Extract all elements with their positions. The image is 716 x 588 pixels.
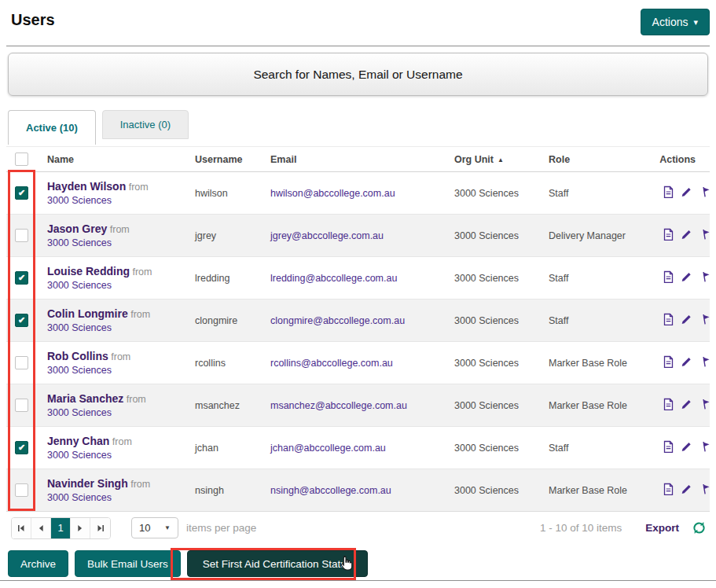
row-checkbox[interactable]: ✔: [15, 314, 28, 327]
user-name-link[interactable]: Jason Grey: [47, 222, 107, 235]
document-icon[interactable]: [663, 398, 674, 413]
column-header-name[interactable]: Name: [47, 147, 195, 172]
footer-divider: [0, 580, 716, 581]
username-cell: jgrey: [195, 215, 270, 257]
page-title: Users: [11, 11, 55, 29]
edit-pencil-icon[interactable]: [681, 228, 692, 243]
select-all-checkbox[interactable]: ✔: [15, 153, 28, 166]
email-cell: rcollins@abccollege.com.au: [270, 342, 454, 384]
items-per-page-label: items per page: [186, 522, 256, 534]
row-checkbox[interactable]: ✔: [15, 356, 28, 369]
document-icon[interactable]: [663, 186, 674, 200]
row-checkbox[interactable]: ✔: [15, 271, 28, 285]
row-checkbox[interactable]: ✔: [15, 186, 28, 200]
table-row: ✔ Navinder Singh from 3000 Sciences nsin…: [6, 469, 710, 512]
actions-button[interactable]: Actions ▾: [641, 9, 710, 35]
column-header-org-unit[interactable]: Org Unit▲: [454, 147, 549, 172]
bulk-email-users-button[interactable]: Bulk Email Users: [75, 550, 181, 577]
last-page-button[interactable]: [90, 518, 110, 538]
next-page-button[interactable]: [71, 518, 90, 538]
flag-icon[interactable]: [699, 186, 711, 200]
row-checkbox[interactable]: ✔: [15, 229, 28, 242]
refresh-icon[interactable]: [692, 521, 706, 535]
document-icon[interactable]: [663, 483, 674, 498]
user-name-link[interactable]: Navinder Singh: [47, 477, 128, 490]
document-icon[interactable]: [663, 440, 674, 455]
tab-active-users[interactable]: Active (10): [8, 110, 96, 145]
flag-icon[interactable]: [699, 228, 711, 243]
user-org-link[interactable]: 3000 Sciences: [47, 237, 112, 248]
email-link[interactable]: rcollins@abccollege.com.au: [270, 358, 393, 369]
user-org-link[interactable]: 3000 Sciences: [47, 492, 112, 503]
email-link[interactable]: lredding@abccollege.com.au: [270, 273, 397, 284]
user-name-link[interactable]: Hayden Wilson: [47, 180, 126, 193]
row-checkbox[interactable]: ✔: [15, 441, 28, 454]
user-org-link[interactable]: 3000 Sciences: [47, 280, 112, 291]
edit-pencil-icon[interactable]: [681, 398, 692, 413]
column-header-email[interactable]: Email: [270, 147, 454, 172]
document-icon[interactable]: [663, 270, 674, 285]
email-link[interactable]: jchan@abccollege.com.au: [270, 443, 386, 454]
role-cell: Staff: [549, 257, 659, 300]
search-input[interactable]: Search for Names, Email or Username: [8, 53, 708, 96]
table-header-row: ✔ Name Username Email Org Unit▲ Role Act…: [6, 147, 710, 172]
from-label: from: [111, 351, 130, 362]
flag-icon[interactable]: [699, 355, 711, 370]
user-table-body: ✔ Hayden Wilson from 3000 Sciences hwils…: [6, 172, 710, 512]
flag-icon[interactable]: [699, 313, 711, 328]
email-link[interactable]: msanchez@abccollege.com.au: [270, 400, 407, 411]
row-actions-cell: [659, 172, 710, 215]
user-org-link[interactable]: 3000 Sciences: [47, 450, 112, 461]
first-page-button[interactable]: [12, 518, 31, 538]
flag-icon[interactable]: [699, 270, 711, 285]
document-icon[interactable]: [663, 313, 674, 328]
edit-pencil-icon[interactable]: [681, 313, 692, 328]
edit-pencil-icon[interactable]: [681, 186, 692, 200]
email-link[interactable]: jgrey@abccollege.com.au: [270, 230, 384, 241]
set-first-aid-certification-status-button[interactable]: Set First Aid Certification Status: [187, 550, 368, 577]
document-icon[interactable]: [663, 355, 674, 370]
row-actions-cell: [659, 300, 710, 342]
user-name-link[interactable]: Colin Longmire: [47, 307, 128, 320]
edit-pencil-icon[interactable]: [681, 483, 692, 498]
page-size-dropdown[interactable]: 10 ▼: [131, 517, 178, 538]
name-cell: Navinder Singh from 3000 Sciences: [47, 469, 195, 512]
row-checkbox[interactable]: ✔: [15, 399, 28, 412]
flag-icon[interactable]: [699, 483, 711, 498]
column-header-role[interactable]: Role: [549, 147, 659, 172]
from-label: from: [129, 182, 149, 193]
email-link[interactable]: hwilson@abccollege.com.au: [270, 188, 395, 199]
email-cell: lredding@abccollege.com.au: [270, 257, 454, 300]
current-page-button[interactable]: 1: [51, 518, 71, 538]
edit-pencil-icon[interactable]: [681, 270, 692, 285]
tab-inactive-users[interactable]: Inactive (0): [102, 110, 189, 139]
from-label: from: [130, 479, 150, 490]
export-link[interactable]: Export: [645, 522, 679, 534]
document-icon[interactable]: [663, 228, 674, 243]
row-actions-cell: [659, 257, 710, 300]
user-name-link[interactable]: Jenny Chan: [47, 435, 109, 447]
role-cell: Marker Base Role: [549, 342, 659, 384]
user-org-link[interactable]: 3000 Sciences: [47, 407, 112, 418]
grid-pager: 1 10 ▼ items per page 1 - 10 of 10 items…: [6, 511, 710, 544]
edit-pencil-icon[interactable]: [681, 355, 692, 370]
flag-icon[interactable]: [699, 440, 711, 455]
user-name-link[interactable]: Louise Redding: [47, 265, 130, 277]
user-org-link[interactable]: 3000 Sciences: [47, 195, 112, 206]
tab-active-label: Active (10): [26, 122, 78, 134]
from-label: from: [127, 394, 146, 405]
row-checkbox[interactable]: ✔: [15, 483, 28, 497]
user-name-link[interactable]: Maria Sanchez: [47, 392, 123, 405]
user-org-link[interactable]: 3000 Sciences: [47, 322, 112, 333]
flag-icon[interactable]: [699, 398, 711, 413]
checkmark-icon: ✔: [18, 189, 25, 197]
previous-page-button[interactable]: [31, 518, 51, 538]
name-cell: Jenny Chan from 3000 Sciences: [47, 427, 195, 469]
email-link[interactable]: clongmire@abccollege.com.au: [270, 315, 405, 326]
edit-pencil-icon[interactable]: [681, 440, 692, 455]
user-org-link[interactable]: 3000 Sciences: [47, 365, 112, 376]
archive-button[interactable]: Archive: [8, 550, 68, 577]
user-name-link[interactable]: Rob Collins: [47, 350, 108, 362]
email-link[interactable]: nsingh@abccollege.com.au: [270, 485, 391, 496]
column-header-username[interactable]: Username: [195, 147, 270, 172]
